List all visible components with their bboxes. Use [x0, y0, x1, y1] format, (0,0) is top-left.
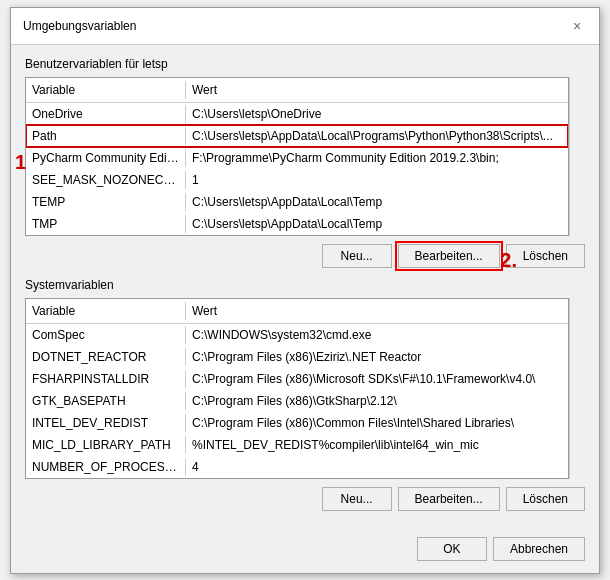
user-table-container: Variable Wert OneDrive C:\Users\letsp\On… — [25, 77, 585, 236]
footer-buttons: OK Abbrechen — [11, 527, 599, 573]
table-row[interactable]: MIC_LD_LIBRARY_PATH %INTEL_DEV_REDIST%co… — [26, 434, 568, 456]
row-value: C:\WINDOWS\system32\cmd.exe — [186, 326, 568, 344]
row-value-path: C:\Users\letsp\AppData\Local\Programs\Py… — [186, 127, 568, 145]
row-value: C:\Users\letsp\AppData\Local\Temp — [186, 215, 568, 233]
row-value: C:\Users\letsp\OneDrive — [186, 105, 568, 123]
user-section-title: Benutzervariablen für letsp — [25, 57, 585, 71]
table-row[interactable]: ComSpec C:\WINDOWS\system32\cmd.exe — [26, 324, 568, 346]
system-section: Systemvariablen Variable Wert ComSpec C:… — [25, 278, 585, 511]
table-row-path[interactable]: Path C:\Users\letsp\AppData\Local\Progra… — [26, 125, 568, 147]
row-value: C:\Program Files (x86)\Microsoft SDKs\F#… — [186, 370, 568, 388]
user-scrollbar[interactable] — [569, 77, 585, 236]
environment-variables-window: Umgebungsvariablen × 1 Benutzervariablen… — [10, 7, 600, 574]
row-value: C:\Program Files (x86)\GtkSharp\2.12\ — [186, 392, 568, 410]
row-value: 4 — [186, 458, 568, 476]
row-value: %INTEL_DEV_REDIST%compiler\lib\intel64_w… — [186, 436, 568, 454]
row-variable: DOTNET_REACTOR — [26, 348, 186, 366]
user-new-button[interactable]: Neu... — [322, 244, 392, 268]
table-row[interactable]: GTK_BASEPATH C:\Program Files (x86)\GtkS… — [26, 390, 568, 412]
system-delete-button[interactable]: Löschen — [506, 487, 585, 511]
row-variable: FSHARPINSTALLDIR — [26, 370, 186, 388]
row-variable: ComSpec — [26, 326, 186, 344]
system-new-button[interactable]: Neu... — [322, 487, 392, 511]
main-content: 1 Benutzervariablen für letsp Variable W… — [11, 45, 599, 527]
system-table-body[interactable]: ComSpec C:\WINDOWS\system32\cmd.exe DOTN… — [26, 324, 568, 478]
system-table-inner: Variable Wert ComSpec C:\WINDOWS\system3… — [25, 298, 569, 479]
system-table-header: Variable Wert — [26, 299, 568, 324]
user-delete-button[interactable]: Löschen — [506, 244, 585, 268]
user-table: Variable Wert OneDrive C:\Users\letsp\On… — [25, 77, 569, 236]
row-value: C:\Program Files (x86)\Eziriz\.NET React… — [186, 348, 568, 366]
cancel-button[interactable]: Abbrechen — [493, 537, 585, 561]
badge-2: 2. — [500, 249, 517, 272]
table-row[interactable]: SEE_MASK_NOZONECHECKS 1 — [26, 169, 568, 191]
table-row[interactable]: TMP C:\Users\letsp\AppData\Local\Temp — [26, 213, 568, 235]
table-row[interactable]: FSHARPINSTALLDIR C:\Program Files (x86)\… — [26, 368, 568, 390]
title-bar: Umgebungsvariablen × — [11, 8, 599, 45]
user-table-body[interactable]: OneDrive C:\Users\letsp\OneDrive Path C:… — [26, 103, 568, 235]
user-table-header: Variable Wert — [26, 78, 568, 103]
user-col-variable-header: Variable — [26, 81, 186, 99]
row-variable: TEMP — [26, 193, 186, 211]
table-row[interactable]: TEMP C:\Users\letsp\AppData\Local\Temp — [26, 191, 568, 213]
system-scrollbar[interactable] — [569, 298, 585, 479]
system-table: Variable Wert ComSpec C:\WINDOWS\system3… — [25, 298, 569, 479]
system-col-value-header: Wert — [186, 302, 568, 320]
row-variable: OneDrive — [26, 105, 186, 123]
system-col-variable-header: Variable — [26, 302, 186, 320]
row-variable: GTK_BASEPATH — [26, 392, 186, 410]
close-button[interactable]: × — [567, 16, 587, 36]
row-variable: TMP — [26, 215, 186, 233]
table-row[interactable]: PyCharm Community Edition F:\Programme\P… — [26, 147, 568, 169]
table-row[interactable]: DOTNET_REACTOR C:\Program Files (x86)\Ez… — [26, 346, 568, 368]
user-section: 1 Benutzervariablen für letsp Variable W… — [25, 57, 585, 268]
window-title: Umgebungsvariablen — [23, 19, 136, 33]
row-value: 1 — [186, 171, 568, 189]
system-button-row: Neu... Bearbeiten... Löschen — [25, 487, 585, 511]
user-edit-button[interactable]: Bearbeiten... — [398, 244, 500, 268]
table-row[interactable]: OneDrive C:\Users\letsp\OneDrive — [26, 103, 568, 125]
system-edit-button[interactable]: Bearbeiten... — [398, 487, 500, 511]
ok-button[interactable]: OK — [417, 537, 487, 561]
user-col-value-header: Wert — [186, 81, 568, 99]
badge-1: 1 — [15, 151, 26, 174]
table-row[interactable]: INTEL_DEV_REDIST C:\Program Files (x86)\… — [26, 412, 568, 434]
user-button-row: 2. Neu... Bearbeiten... Löschen — [25, 244, 585, 268]
row-variable-path: Path — [26, 127, 186, 145]
row-variable: INTEL_DEV_REDIST — [26, 414, 186, 432]
row-value: F:\Programme\PyCharm Community Edition 2… — [186, 149, 568, 167]
row-value: C:\Program Files (x86)\Common Files\Inte… — [186, 414, 568, 432]
row-variable: MIC_LD_LIBRARY_PATH — [26, 436, 186, 454]
table-row[interactable]: NUMBER_OF_PROCESSORS 4 — [26, 456, 568, 478]
system-table-container: Variable Wert ComSpec C:\WINDOWS\system3… — [25, 298, 585, 479]
row-variable: PyCharm Community Edition — [26, 149, 186, 167]
user-table-inner: Variable Wert OneDrive C:\Users\letsp\On… — [25, 77, 569, 236]
system-section-title: Systemvariablen — [25, 278, 585, 292]
row-variable: SEE_MASK_NOZONECHECKS — [26, 171, 186, 189]
row-value: C:\Users\letsp\AppData\Local\Temp — [186, 193, 568, 211]
row-variable: NUMBER_OF_PROCESSORS — [26, 458, 186, 476]
